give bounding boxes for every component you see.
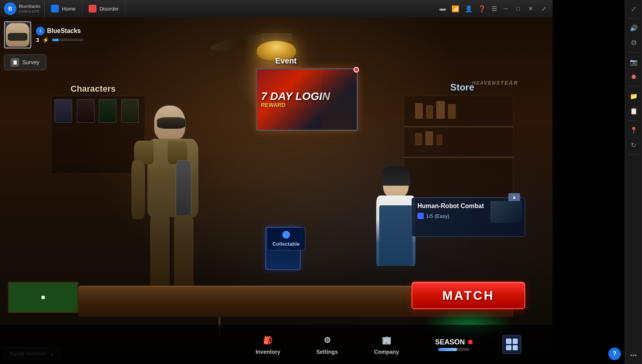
player-info-area: I BlueStacks 3 ⚡: [4, 21, 83, 49]
characters-label[interactable]: Characters: [71, 84, 116, 94]
nav-settings[interactable]: ⚙ Settings: [310, 331, 344, 358]
minimize-button[interactable]: ─: [502, 5, 510, 12]
sidebar-rotate-btn[interactable]: ↻: [627, 138, 641, 152]
match-button[interactable]: MATCH: [412, 282, 525, 309]
player-avatar[interactable]: [4, 21, 31, 49]
sidebar-location-btn[interactable]: 📍: [627, 123, 641, 137]
player-level-bar: 3 ⚡: [36, 37, 83, 43]
battery-icon: ▬: [440, 5, 446, 12]
tab-home[interactable]: Home: [45, 0, 82, 17]
season-progress-fill: [438, 348, 457, 351]
settings-icon: ⚙: [321, 334, 334, 346]
sidebar-expand-btn[interactable]: ⤢: [627, 2, 641, 16]
map-icon: [417, 213, 424, 219]
combat-card[interactable]: ▲ Human-Robot Combat 1/5 (Easy): [412, 197, 525, 237]
sidebar-record-btn[interactable]: ⏺: [627, 70, 641, 84]
player-badge: I BlueStacks: [36, 27, 83, 35]
inventory-icon: 🎒: [261, 334, 274, 346]
sidebar-more-btn[interactable]: •••: [627, 348, 641, 362]
survey-icon: 📋: [11, 58, 19, 67]
xp-fill: [52, 39, 58, 41]
sidebar-copy-btn[interactable]: 📋: [627, 104, 641, 118]
sidebar-sound-btn[interactable]: 🔊: [627, 21, 641, 35]
collectable-label: Collectable: [272, 241, 299, 247]
help-button[interactable]: ?: [608, 348, 621, 360]
event-screen-line2: REWARD: [261, 102, 285, 108]
sidebar-divider-1: [628, 18, 639, 18]
survey-button[interactable]: 📋 Survey: [4, 54, 46, 70]
sidebar-settings-btn[interactable]: ⚙: [627, 36, 641, 50]
season-button[interactable]: SEASON: [429, 335, 479, 354]
sidebar-screenshot-btn[interactable]: 📷: [627, 55, 641, 69]
collectable-icon: [282, 231, 290, 239]
char-thumb-1: [54, 99, 72, 123]
card-chevron[interactable]: ▲: [508, 193, 520, 201]
season-label: SEASON: [435, 338, 465, 346]
nav-company-label: Company: [374, 349, 399, 355]
event-screen-line1: 7 DAY LOGIN: [261, 91, 330, 102]
game-area: HEAVENSTEÀR 7 DAY LOGIN REWARD Event Cha…: [0, 17, 553, 364]
wifi-icon: 📶: [452, 5, 459, 13]
store-label[interactable]: Store: [450, 82, 474, 93]
player-badge-icon: I: [36, 27, 45, 35]
home-tab-label: Home: [62, 6, 76, 12]
bottom-nav: 🎒 Inventory ⚙ Settings 🏢 Company SEASON: [0, 325, 553, 364]
collectable-button[interactable]: Collectable: [267, 227, 305, 250]
right-sidebar: ⤢ 🔊 ⚙ 📷 ⏺ 📁 📋 📍 ↻ •••: [625, 0, 642, 364]
menu-icon[interactable]: ☰: [491, 5, 497, 13]
pool-table: [8, 282, 78, 313]
xp-icon: ⚡: [42, 37, 49, 43]
home-tab-icon: [51, 5, 59, 13]
nav-settings-label: Settings: [316, 349, 338, 355]
bluestacks-name: BlueStacks: [19, 4, 40, 9]
titlebar-controls: ▬ 📶 👤 ❓ ☰ ─ □ ✕ ⤢: [435, 5, 553, 13]
user-icon[interactable]: 👤: [465, 5, 473, 13]
titlebar: B BlueStacks 4.240.0.1075 Home Disorder …: [0, 0, 553, 17]
sidebar-divider-3: [628, 86, 639, 87]
player-info: I BlueStacks 3 ⚡: [36, 27, 83, 43]
season-notification-dot: [468, 340, 473, 344]
bluestacks-version: 4.240.0.1075: [19, 9, 40, 13]
sidebar-divider-5: [628, 154, 639, 155]
player-level: 3: [36, 37, 39, 43]
maximize-button[interactable]: □: [515, 5, 521, 12]
grid-menu-button[interactable]: [502, 335, 521, 354]
bluestacks-logo: B BlueStacks 4.240.0.1075: [0, 0, 45, 17]
heavenstear-sign: HEAVENSTEÀR: [472, 80, 519, 86]
sidebar-divider-2: [628, 52, 639, 53]
season-progress-bar: [438, 348, 470, 351]
disorder-tab-label: Disorder: [100, 6, 119, 12]
survey-label: Survey: [22, 59, 40, 65]
disorder-tab-icon: [89, 5, 96, 13]
event-label[interactable]: Event: [275, 56, 296, 65]
sidebar-divider-4: [628, 120, 639, 121]
xp-bar: [52, 39, 83, 41]
company-icon: 🏢: [380, 334, 393, 346]
combat-card-thumbnail: [490, 201, 522, 223]
tab-disorder[interactable]: Disorder: [82, 0, 125, 17]
nav-company[interactable]: 🏢 Company: [368, 331, 405, 358]
player-name: BlueStacks: [47, 27, 81, 34]
nav-inventory[interactable]: 🎒 Inventory: [249, 331, 287, 358]
sidebar-expand-button[interactable]: ⤢: [540, 5, 548, 12]
event-screen[interactable]: 7 DAY LOGIN REWARD: [256, 68, 358, 131]
sidebar-folder-btn[interactable]: 📁: [627, 89, 641, 103]
nav-inventory-label: Inventory: [256, 349, 280, 355]
help-icon[interactable]: ❓: [478, 5, 486, 13]
bluestacks-icon: B: [4, 2, 16, 15]
close-button[interactable]: ✕: [527, 5, 535, 12]
char-thumb-2: [77, 99, 94, 123]
